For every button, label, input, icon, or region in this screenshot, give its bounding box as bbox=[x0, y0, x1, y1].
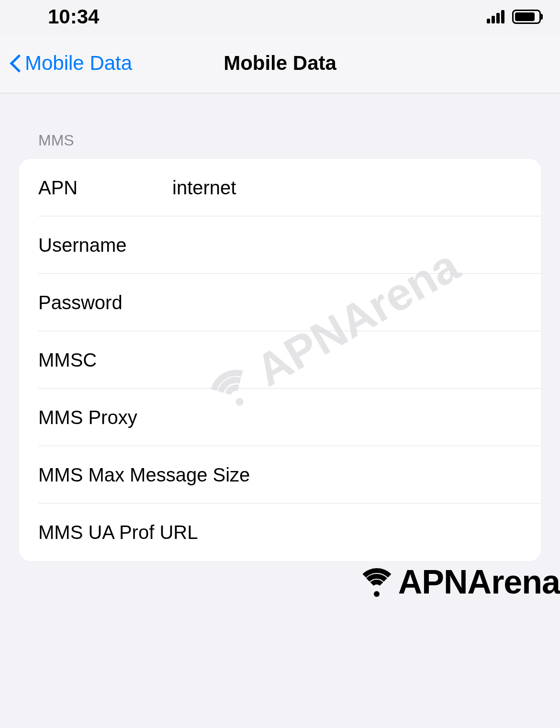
input-password[interactable] bbox=[172, 292, 522, 314]
input-username[interactable] bbox=[172, 235, 522, 256]
label-mms-ua-prof-url: MMS UA Prof URL bbox=[38, 522, 280, 543]
chevron-left-icon bbox=[10, 54, 21, 73]
label-password: Password bbox=[38, 292, 172, 314]
row-mms-max-size[interactable]: MMS Max Message Size bbox=[19, 446, 541, 504]
settings-group-mms: APN Username Password MMSC MMS Proxy MMS… bbox=[19, 159, 541, 561]
label-username: Username bbox=[38, 235, 172, 256]
label-mms-max-size: MMS Max Message Size bbox=[38, 464, 280, 486]
input-mms-proxy[interactable] bbox=[137, 407, 522, 428]
wifi-icon bbox=[357, 567, 397, 598]
page-title: Mobile Data bbox=[224, 52, 336, 75]
row-apn[interactable]: APN bbox=[19, 159, 541, 216]
input-apn[interactable] bbox=[172, 177, 522, 199]
row-mmsc[interactable]: MMSC bbox=[19, 331, 541, 389]
battery-icon bbox=[512, 10, 541, 24]
back-label: Mobile Data bbox=[25, 52, 132, 75]
navigation-bar: Mobile Data Mobile Data bbox=[0, 34, 560, 93]
row-mms-proxy[interactable]: MMS Proxy bbox=[19, 389, 541, 446]
row-mms-ua-prof-url[interactable]: MMS UA Prof URL bbox=[19, 504, 541, 561]
status-icons bbox=[487, 10, 541, 24]
footer-brand: APNArena bbox=[357, 563, 560, 601]
section-header-mms: MMS bbox=[0, 93, 560, 159]
row-username[interactable]: Username bbox=[19, 216, 541, 274]
status-bar: 10:34 bbox=[0, 0, 560, 34]
status-time: 10:34 bbox=[48, 5, 99, 28]
label-mms-proxy: MMS Proxy bbox=[38, 407, 137, 428]
cellular-signal-icon bbox=[487, 10, 504, 23]
input-mmsc[interactable] bbox=[172, 349, 522, 371]
label-apn: APN bbox=[38, 177, 172, 199]
input-mms-max-size[interactable] bbox=[280, 464, 522, 486]
back-button[interactable]: Mobile Data bbox=[10, 52, 132, 75]
label-mmsc: MMSC bbox=[38, 349, 172, 371]
brand-text: APNArena bbox=[398, 563, 560, 601]
row-password[interactable]: Password bbox=[19, 274, 541, 331]
input-mms-ua-prof-url[interactable] bbox=[280, 522, 522, 543]
